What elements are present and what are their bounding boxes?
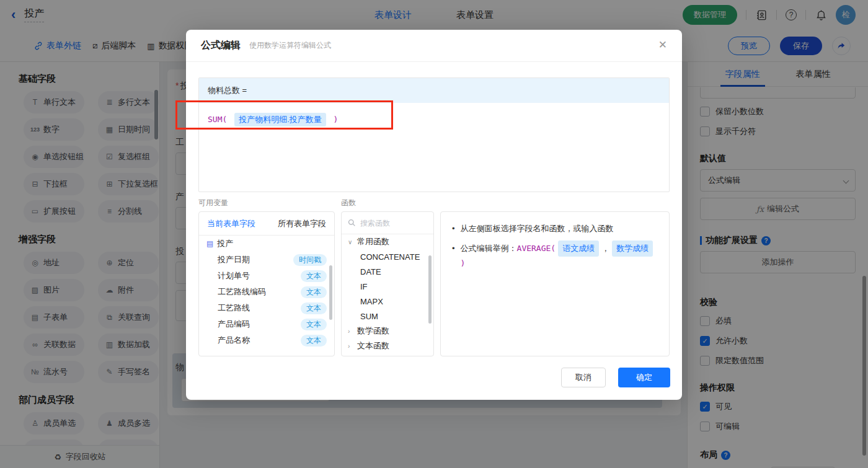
formula-function-close: )	[334, 115, 339, 124]
field-type-tag: 文本	[301, 286, 327, 298]
example-field-chip: 语文成绩	[558, 241, 599, 257]
function-item[interactable]: SUM	[342, 309, 433, 324]
formula-target-bar: 物料总数 =	[199, 78, 669, 103]
variables-scrollbar[interactable]	[329, 265, 332, 320]
functions-label: 函数	[341, 198, 356, 208]
variables-panel: 当前表单字段 所有表单字段 ▤ 投产 投产日期 时间戳 计划单号 文本 工艺路线…	[198, 211, 335, 356]
formula-edit-modal: 公式编辑 使用数学运算符编辑公式 ✕ 物料总数 = SUM( 投产物料明细.投产…	[186, 30, 682, 400]
modal-footer: 取消 确定	[561, 368, 670, 387]
function-search-input[interactable]	[360, 219, 419, 227]
functions-panel: ∨ 常用函数 CONCATENATE DATE IF MAPX SUM › 数学…	[341, 211, 434, 356]
form-doc-icon: ▤	[206, 239, 213, 248]
functions-scrollbar[interactable]	[428, 255, 432, 324]
variable-field-row[interactable]: 工艺路线编码 文本	[199, 284, 334, 300]
modal-title: 公式编辑	[201, 39, 241, 52]
formula-editor[interactable]: 物料总数 = SUM( 投产物料明细.投产数量 )	[198, 77, 670, 192]
variable-field-row[interactable]: 产品名称 文本	[199, 332, 334, 348]
chevron-right-icon: ›	[348, 343, 353, 350]
example-field-chip: 数学成绩	[612, 241, 653, 257]
field-type-tag: 时间戳	[293, 254, 327, 266]
field-type-tag: 文本	[301, 302, 327, 314]
confirm-button[interactable]: 确定	[618, 368, 670, 387]
app-window: ‹ 投产 表单设计 表单设置 数据管理 ?	[0, 0, 868, 468]
function-item[interactable]: IF	[342, 279, 433, 294]
function-group-common[interactable]: ∨ 常用函数	[342, 234, 433, 249]
variables-label: 可用变量	[198, 198, 228, 208]
function-group-math[interactable]: › 数学函数	[342, 324, 433, 338]
variable-field-row[interactable]: 产品编码 文本	[199, 316, 334, 332]
modal-subtitle: 使用数学运算符编辑公式	[249, 40, 331, 51]
variable-field-row[interactable]: 投产日期 时间戳	[199, 252, 334, 268]
field-type-tag: 文本	[301, 270, 327, 282]
tab-all-form-fields[interactable]: 所有表单字段	[278, 218, 326, 229]
tab-current-form-fields[interactable]: 当前表单字段	[207, 218, 255, 229]
close-icon[interactable]: ✕	[658, 40, 667, 50]
function-search-box[interactable]	[342, 212, 433, 234]
function-item[interactable]: DATE	[342, 264, 433, 279]
chevron-down-icon: ∨	[348, 239, 353, 245]
field-chip[interactable]: 投产物料明细.投产数量	[234, 113, 326, 126]
variables-form-node[interactable]: ▤ 投产	[199, 236, 334, 252]
modal-header: 公式编辑 使用数学运算符编辑公式 ✕	[186, 30, 682, 62]
function-item[interactable]: CONCATENATE	[342, 249, 433, 264]
formula-function-open: SUM(	[208, 115, 227, 124]
variable-field-row[interactable]: 计划单号 文本	[199, 268, 334, 284]
search-icon	[348, 219, 356, 227]
field-type-tag: 文本	[301, 335, 327, 347]
formula-help-panel: • 从左侧面板选择字段名和函数，或输入函数 • 公式编辑举例：AVERAGE(语…	[440, 211, 670, 356]
variable-field-row[interactable]: 工艺路线 文本	[199, 300, 334, 316]
field-type-tag: 文本	[301, 319, 327, 330]
chevron-right-icon: ›	[348, 328, 353, 335]
variables-tabs: 当前表单字段 所有表单字段	[199, 212, 334, 236]
function-group-text[interactable]: › 文本函数	[342, 338, 433, 353]
function-item[interactable]: MAPX	[342, 294, 433, 309]
formula-expression[interactable]: SUM( 投产物料明细.投产数量 )	[199, 103, 669, 136]
help-line-2: • 公式编辑举例：AVERAGE(语文成绩，数学成绩)	[452, 241, 658, 270]
cancel-button[interactable]: 取消	[561, 368, 606, 387]
help-line-1: • 从左侧面板选择字段名和函数，或输入函数	[452, 222, 658, 236]
